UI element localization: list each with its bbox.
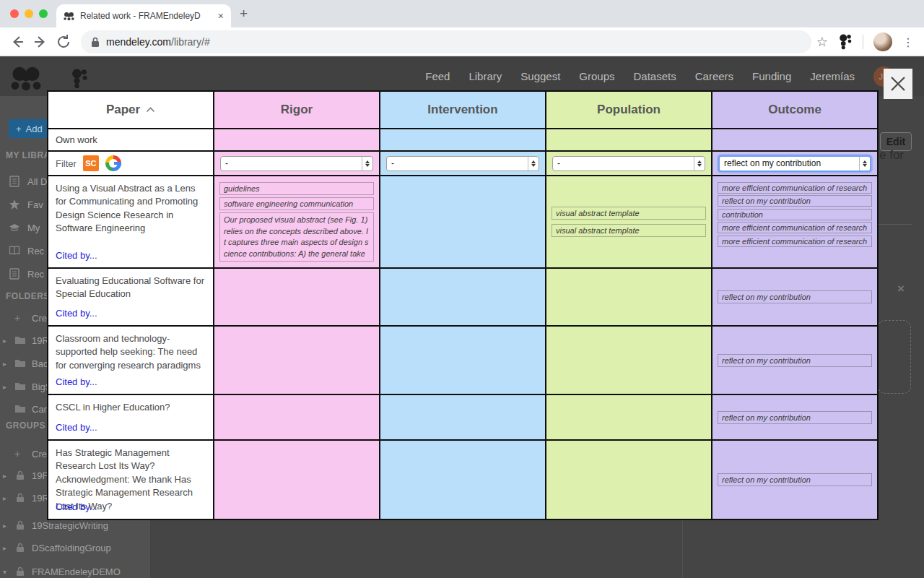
mendeley-logo[interactable] <box>10 66 42 91</box>
cited-by-link[interactable]: Cited by... <box>56 501 97 512</box>
scopus-icon[interactable]: SC <box>83 155 99 171</box>
document-icon <box>9 268 20 280</box>
caret-right-icon[interactable]: ▸ <box>3 383 6 391</box>
group-item[interactable]: ▸ 19StrategicWriting <box>0 518 150 532</box>
group-item[interactable]: ▸ DScaffoldingGroup <box>0 540 150 555</box>
nav-suggest[interactable]: Suggest <box>520 70 560 82</box>
rigor-cell: guidelines software engineering communic… <box>214 176 379 267</box>
close-tab-icon[interactable]: × <box>218 10 224 22</box>
cited-by-link[interactable]: Cited by... <box>56 308 97 319</box>
paper-row: Has Strategic Management Research Lost I… <box>48 441 213 519</box>
select-stepper-icon <box>859 157 870 171</box>
nav-funding[interactable]: Funding <box>752 70 791 82</box>
intervention-cell <box>380 441 545 519</box>
outcome-filter-select[interactable]: reflect on my contribution <box>718 155 871 172</box>
column-header-outcome[interactable]: Outcome <box>712 92 877 128</box>
highlight-tag[interactable]: contribution <box>718 209 872 220</box>
content-divider <box>682 519 683 578</box>
intervention-filter-select[interactable]: - <box>386 156 539 171</box>
folder-icon <box>14 403 26 415</box>
folder-icon <box>14 335 26 346</box>
bookmark-star-icon[interactable]: ☆ <box>816 34 828 50</box>
open-book-icon <box>9 245 20 256</box>
paper-row: Classroom and technology-supported help … <box>48 327 213 394</box>
group-item-expanded[interactable]: ▾ FRAMEndeleyDEMO <box>0 564 150 578</box>
caret-down-icon[interactable]: ▾ <box>3 568 6 576</box>
caret-right-icon[interactable]: ▸ <box>3 472 6 480</box>
own-work-row[interactable]: Own work <box>48 129 213 150</box>
caret-right-icon[interactable]: ▸ <box>3 337 6 345</box>
sort-ascending-icon <box>146 107 155 113</box>
kebab-menu-icon[interactable]: ⋮ <box>902 35 914 49</box>
cited-by-link[interactable]: Cited by... <box>56 422 97 433</box>
google-icon[interactable] <box>105 155 121 171</box>
population-filter-cell: - <box>546 152 711 175</box>
nav-username[interactable]: Jeremías <box>810 70 855 82</box>
highlight-tag[interactable]: more efficient communication of research <box>718 182 872 194</box>
caret-right-icon[interactable]: ▸ <box>3 544 6 552</box>
caret-right-icon[interactable]: ▸ <box>3 522 6 530</box>
own-work-intervention-cell <box>380 129 545 150</box>
framendeley-logo[interactable] <box>70 69 89 89</box>
note-close-icon[interactable]: × <box>897 282 905 296</box>
cited-by-link[interactable]: Cited by... <box>56 376 97 387</box>
highlight-tag[interactable]: reflect on my contribution <box>718 354 872 367</box>
highlight-tag[interactable]: visual abstract template <box>552 224 706 237</box>
nav-groups[interactable]: Groups <box>579 70 614 82</box>
column-header-rigor[interactable]: Rigor <box>214 92 379 128</box>
window-close-button[interactable] <box>10 9 19 18</box>
star-icon <box>9 199 20 210</box>
rigor-filter-cell: - <box>214 152 379 175</box>
note-drop-area <box>878 320 911 394</box>
plus-icon: + <box>14 448 26 460</box>
nav-feed[interactable]: Feed <box>425 70 450 82</box>
own-work-outcome-cell <box>712 129 877 150</box>
reload-icon[interactable] <box>55 33 72 51</box>
window-minimize-button[interactable] <box>25 9 33 18</box>
folder-icon <box>14 358 26 369</box>
highlight-tag[interactable]: more efficient communication of research <box>718 222 872 233</box>
population-filter-select[interactable]: - <box>552 156 705 171</box>
intervention-filter-cell: - <box>380 152 545 175</box>
highlight-tag[interactable]: reflect on my contribution <box>718 473 872 486</box>
nav-datasets[interactable]: Datasets <box>634 70 676 82</box>
new-tab-icon[interactable]: + <box>240 6 248 22</box>
highlight-tag[interactable]: guidelines <box>219 182 374 195</box>
nav-library[interactable]: Library <box>468 70 502 82</box>
select-stepper-icon <box>528 157 539 171</box>
outcome-cell: reflect on my contribution <box>712 441 877 519</box>
window-zoom-button[interactable] <box>39 9 48 18</box>
overlay-close-button[interactable] <box>884 69 912 99</box>
rigor-cell <box>214 269 379 325</box>
highlight-tag[interactable]: more efficient communication of research <box>718 236 872 247</box>
intervention-cell <box>380 395 545 439</box>
browser-tab[interactable]: Related work - FRAMEndeleyD × <box>56 4 231 27</box>
caret-right-icon[interactable]: ▸ <box>3 494 6 502</box>
highlight-tag[interactable]: reflect on my contribution <box>718 290 872 303</box>
caret-right-icon[interactable]: ▸ <box>3 360 6 368</box>
plus-icon: + <box>14 312 26 324</box>
population-cell <box>546 395 711 439</box>
column-header-paper[interactable]: Paper <box>48 92 213 128</box>
paper-title: Classroom and technology-supported help … <box>48 327 213 372</box>
column-header-population[interactable]: Population <box>546 92 711 128</box>
plus-icon: + <box>16 124 22 134</box>
highlight-tag[interactable]: Our proposed visual abstract (see Fig. 1… <box>219 212 374 262</box>
rigor-filter-select[interactable]: - <box>220 156 373 171</box>
lock-icon <box>14 470 26 481</box>
highlight-tag[interactable]: software engineering communication <box>219 197 374 210</box>
highlight-tag[interactable]: visual abstract template <box>552 207 706 220</box>
highlight-tag[interactable]: reflect on my contribution <box>718 195 872 207</box>
population-cell <box>546 269 711 325</box>
column-header-intervention[interactable]: Intervention <box>380 92 545 128</box>
back-icon[interactable] <box>9 33 26 51</box>
select-stepper-icon <box>694 157 705 171</box>
nav-careers[interactable]: Careers <box>695 70 733 82</box>
framendeley-extension-icon[interactable] <box>838 34 853 50</box>
outcome-cell: reflect on my contribution <box>712 269 877 325</box>
cited-by-link[interactable]: Cited by... <box>56 250 97 261</box>
browser-profile-avatar[interactable] <box>873 33 892 51</box>
url-bar[interactable]: mendeley.com/library/# <box>81 30 811 53</box>
highlight-tag[interactable]: reflect on my contribution <box>718 411 872 424</box>
forward-icon[interactable] <box>32 33 49 51</box>
